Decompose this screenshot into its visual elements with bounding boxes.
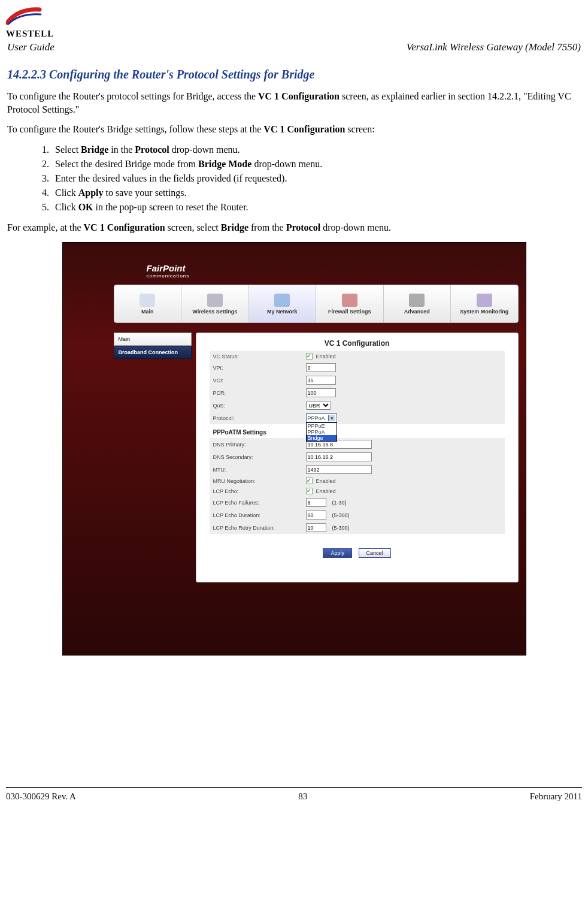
westell-brand-text: WESTELL [6, 29, 582, 39]
page-footer: 030-300629 Rev. A 83 February 2011 [6, 787, 582, 802]
sidebar-item-main[interactable]: Main [114, 333, 192, 346]
section-number: 14.2.2.3 [7, 68, 46, 81]
fairpoint-logo: FairPointcommunications [147, 263, 190, 279]
row-lcp-echo-failures: LCP Echo Failures: (1-30) [210, 496, 505, 509]
westell-logo: WESTELL [6, 5, 582, 39]
section-heading: 14.2.2.3 Configuring the Router's Protoc… [7, 68, 582, 81]
cancel-button[interactable]: Cancel [359, 548, 391, 558]
tab-main[interactable]: Main [114, 285, 181, 322]
westell-swoosh-icon [6, 5, 42, 26]
protocol-dropdown-list: PPPoE PPPoA Bridge [306, 422, 337, 442]
protocol-option-bridge[interactable]: Bridge [307, 435, 337, 441]
footer-left: 030-300629 Rev. A [6, 792, 76, 802]
footer-right: February 2011 [530, 792, 582, 802]
row-mru-negotiation: MRU Negotiation: ✓Enabled [210, 476, 505, 486]
row-dns-secondary: DNS Secondary: [210, 451, 505, 463]
mru-checkbox[interactable]: ✓Enabled [306, 478, 336, 484]
row-vc-status: VC Status: ✓Enabled [210, 351, 505, 361]
row-pcr: PCR: [210, 386, 505, 399]
lcp-echo-failures-input[interactable] [306, 498, 326, 507]
lcp-echo-checkbox[interactable]: ✓Enabled [306, 488, 336, 494]
lcp-echo-duration-input[interactable] [306, 511, 326, 520]
network-icon [274, 294, 290, 307]
footer-page-number: 83 [298, 792, 307, 802]
steps-list: Select Bridge in the Protocol drop-down … [34, 144, 582, 213]
paragraph-1: To configure the Router's protocol setti… [7, 90, 581, 116]
button-row: Apply Cancel [196, 548, 518, 558]
row-lcp-echo-duration: LCP Echo Duration: (5-300) [210, 509, 505, 521]
tab-my-network[interactable]: My Network [248, 285, 316, 322]
step-3: Enter the desired values in the fields p… [51, 173, 582, 184]
monitoring-icon [477, 294, 492, 307]
mtu-input[interactable] [306, 465, 372, 474]
vc-status-checkbox[interactable]: ✓Enabled [306, 353, 336, 360]
tab-wireless-settings[interactable]: Wireless Settings [181, 285, 248, 322]
step-1: Select Bridge in the Protocol drop-down … [51, 144, 582, 155]
row-qos: QoS: UBR [210, 399, 505, 412]
step-5: Click OK in the pop-up screen to reset t… [51, 202, 582, 213]
protocol-option-pppoa[interactable]: PPPoA [307, 429, 337, 435]
config-panel: VC 1 Configuration VC Status: ✓Enabled V… [196, 333, 519, 582]
panel-title: VC 1 Configuration [196, 333, 518, 351]
lcp-echo-retry-duration-input[interactable] [306, 523, 326, 532]
vci-input[interactable] [306, 376, 336, 385]
row-lcp-echo: LCP Echo: ✓Enabled [210, 486, 505, 496]
row-lcp-echo-retry-duration: LCP Echo Retry Duration: (5-300) [210, 521, 505, 534]
row-mtu: MTU: [210, 463, 505, 476]
vpi-input[interactable] [306, 363, 336, 372]
row-vpi: VPI: [210, 361, 505, 374]
step-2: Select the desired Bridge mode from Brid… [51, 159, 582, 170]
row-vci: VCI: [210, 374, 505, 386]
page-header: User Guide VersaLink Wireless Gateway (M… [6, 41, 582, 53]
row-dns-primary: DNS Primary: [210, 438, 505, 451]
step-4: Click Apply to save your settings. [51, 188, 582, 198]
header-left: User Guide [7, 41, 54, 53]
header-right: VersaLink Wireless Gateway (Model 7550) [407, 41, 581, 53]
pcr-input[interactable] [306, 388, 336, 397]
wireless-icon [207, 294, 223, 307]
qos-select[interactable]: UBR [306, 401, 331, 410]
router-ui-screenshot: FairPointcommunications Main Wireless Se… [62, 242, 526, 656]
sidebar: Main Broadband Connection [114, 333, 192, 359]
tab-system-monitoring[interactable]: System Monitoring [450, 285, 518, 322]
paragraph-3: For example, at the VC 1 Configuration s… [7, 221, 581, 234]
main-nav: Main Wireless Settings My Network Firewa… [114, 285, 519, 323]
advanced-icon [409, 294, 425, 307]
section-title: Configuring the Router's Protocol Settin… [49, 68, 314, 81]
row-protocol: Protocol: PPPoA▾ PPPoE PPPoA Bridge [210, 412, 505, 424]
paragraph-2: To configure the Router's Bridge setting… [7, 123, 581, 136]
main-icon [140, 294, 155, 307]
sidebar-item-broadband-connection[interactable]: Broadband Connection [114, 346, 192, 359]
dns-secondary-input[interactable] [306, 452, 372, 461]
apply-button[interactable]: Apply [323, 548, 352, 558]
protocol-option-pppoe[interactable]: PPPoE [307, 423, 337, 429]
tab-advanced[interactable]: Advanced [383, 285, 451, 322]
chevron-down-icon: ▾ [328, 415, 335, 421]
pppoatm-settings-heading: PPPoATM Settings [210, 424, 505, 438]
firewall-icon [342, 294, 357, 307]
protocol-dropdown[interactable]: PPPoA▾ PPPoE PPPoA Bridge [306, 413, 337, 422]
tab-firewall-settings[interactable]: Firewall Settings [316, 285, 383, 322]
